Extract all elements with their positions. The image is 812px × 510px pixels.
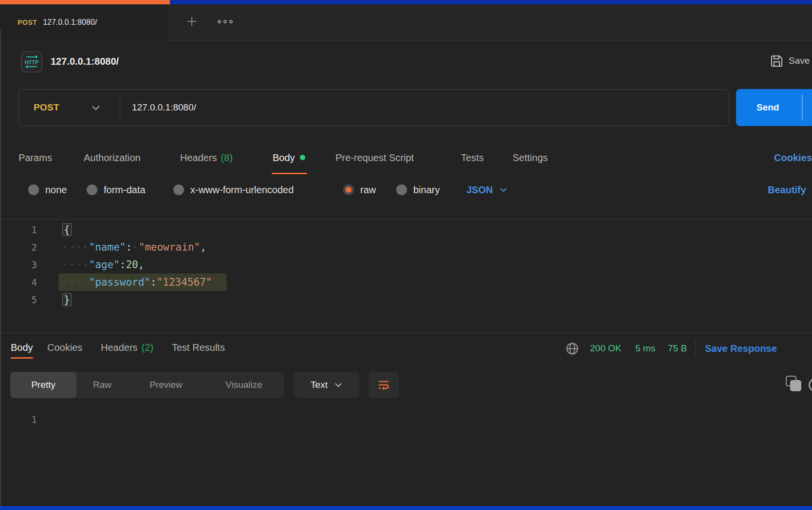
save-button[interactable]: Save: [770, 54, 810, 68]
view-tab-raw[interactable]: Raw: [76, 372, 128, 398]
line-number: 2: [0, 238, 41, 256]
tab-options-button[interactable]: [214, 12, 236, 31]
format-dropdown[interactable]: JSON: [466, 179, 507, 200]
response-meta: 200 OK 5 ms 75 B Save Response: [0, 339, 812, 358]
code-content[interactable]: }: [58, 291, 72, 309]
request-title: 127.0.0.1:8080/: [51, 54, 119, 69]
response-time[interactable]: 5 ms: [635, 339, 655, 358]
token-brace: }: [62, 293, 72, 306]
response-body-viewer[interactable]: 1: [0, 411, 812, 428]
response-format-dropdown[interactable]: Text: [294, 372, 359, 398]
body-type-option-raw[interactable]: raw: [343, 179, 376, 200]
request-tab-params[interactable]: Params: [18, 147, 52, 168]
radio-selected-icon: [343, 184, 354, 195]
line-number: 1: [0, 411, 41, 428]
request-tab-authorization[interactable]: Authorization: [84, 147, 141, 168]
radio-icon: [28, 184, 39, 195]
token-punct: ,: [200, 241, 206, 253]
response-view-switcher: PrettyRawPreviewVisualize: [10, 372, 284, 398]
token-punct: :: [120, 259, 126, 271]
response-line: 1: [0, 411, 812, 428]
radio-icon: [396, 184, 407, 195]
chevron-down-icon: [334, 382, 342, 387]
view-tab-visualize[interactable]: Visualize: [204, 372, 284, 398]
token-str: "1234567": [157, 276, 212, 288]
top-accent-bar: [170, 0, 812, 4]
tab-label: Headers: [180, 152, 217, 163]
token-ws: ····: [62, 276, 89, 288]
status-badge[interactable]: 200 OK: [590, 339, 621, 358]
tab-title: 127.0.0.1:8080/: [43, 18, 97, 27]
wrap-lines-button[interactable]: [369, 372, 399, 398]
code-line: 3····"age":20,: [0, 256, 812, 273]
response-size[interactable]: 75 B: [668, 339, 687, 358]
body-type-label: binary: [413, 184, 440, 196]
radio-icon: [173, 184, 184, 195]
body-type-selector: noneform-datax-www-form-urlencodedrawbin…: [0, 179, 812, 200]
url-input[interactable]: 127.0.0.1:8080/: [132, 102, 196, 113]
http-icon: HTTP: [23, 53, 40, 71]
chevron-down-icon: [92, 105, 100, 110]
format-dropdown-label: JSON: [466, 184, 493, 196]
tab-label: Params: [18, 152, 52, 163]
tab-label: Settings: [513, 152, 548, 163]
token-brace: {: [62, 223, 72, 236]
token-ws: ····: [62, 259, 89, 271]
code-line: 1{: [0, 221, 812, 238]
meta-divider: [695, 341, 696, 356]
network-globe-icon[interactable]: [566, 342, 579, 355]
code-line: 5}: [0, 291, 812, 309]
line-number: 1: [0, 221, 41, 238]
active-tab-accent-bar: [0, 0, 170, 4]
request-tab-pre-request-script[interactable]: Pre-request Script: [335, 147, 414, 168]
beautify-link[interactable]: Beautify: [768, 179, 806, 200]
token-ws: ····: [62, 241, 89, 253]
wrap-text-icon: [377, 379, 390, 391]
token-punct: :: [150, 276, 157, 288]
tab-label: Authorization: [84, 152, 141, 163]
code-content[interactable]: ····"name":·"meowrain",: [58, 238, 206, 256]
body-type-option-none[interactable]: none: [28, 179, 67, 200]
request-tab-tests[interactable]: Tests: [461, 147, 484, 168]
send-button-label: Send: [757, 89, 779, 126]
view-tab-preview[interactable]: Preview: [128, 372, 204, 398]
code-content[interactable]: ····"age":20,: [58, 256, 144, 273]
more-options-icon: [218, 20, 233, 23]
method-select[interactable]: POST: [34, 102, 59, 113]
save-response-link[interactable]: Save Response: [705, 339, 777, 358]
cookies-link[interactable]: Cookies: [774, 147, 812, 168]
body-type-option-form-data[interactable]: form-data: [87, 179, 146, 200]
method-select-chevron[interactable]: [92, 105, 100, 110]
request-tab-settings[interactable]: Settings: [513, 147, 548, 168]
search-icon[interactable]: [809, 378, 812, 392]
request-body-editor[interactable]: 1{2····"name":·"meowrain",3····"age":20,…: [0, 220, 812, 309]
response-content: [58, 411, 62, 428]
request-tab-active[interactable]: POST 127.0.0.1:8080/: [0, 4, 170, 40]
body-type-label: x-www-form-urlencoded: [190, 184, 294, 196]
copy-response-button[interactable]: [786, 376, 803, 393]
token-ws: ·: [132, 241, 139, 253]
token-punct: ,: [138, 259, 145, 271]
token-punct: :: [126, 241, 132, 253]
line-number: 3: [0, 256, 41, 273]
token-key: "password": [89, 276, 150, 288]
token-key: "name": [89, 241, 126, 253]
bottom-accent-bar: [0, 506, 812, 510]
body-type-option-x-www-form-urlencoded[interactable]: x-www-form-urlencoded: [173, 179, 294, 200]
new-tab-button[interactable]: [181, 12, 203, 31]
token-num: 20: [126, 259, 138, 271]
tab-label: Pre-request Script: [335, 152, 414, 163]
request-url-bar: POST 127.0.0.1:8080/: [18, 89, 729, 126]
request-tab-body[interactable]: Body: [273, 147, 305, 168]
line-number: 4: [0, 273, 41, 291]
plus-icon: [186, 16, 198, 27]
save-icon: [770, 55, 783, 68]
request-tab-headers[interactable]: Headers(8): [180, 147, 233, 168]
code-content[interactable]: {: [58, 221, 72, 238]
radio-icon: [87, 184, 97, 195]
current-line[interactable]: ····"password":"1234567": [58, 273, 226, 291]
view-tab-pretty[interactable]: Pretty: [10, 372, 76, 398]
send-button[interactable]: Send: [736, 89, 812, 126]
body-type-option-binary[interactable]: binary: [396, 179, 440, 200]
line-number: 5: [0, 291, 41, 309]
